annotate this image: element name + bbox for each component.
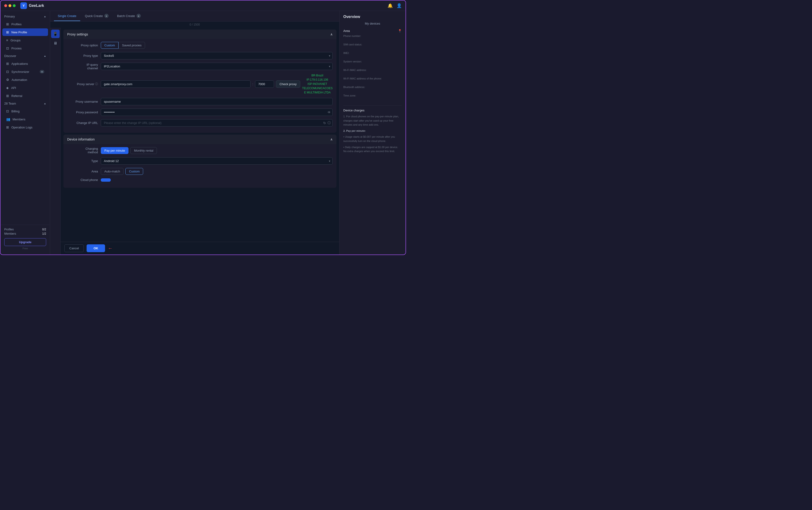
proxy-company: TELECOMUNICACOES bbox=[302, 86, 332, 90]
titlebar: Y GeeLark 🔔 👤 bbox=[0, 0, 406, 11]
ip-query-row: IP querychannel IP2Location ipinfo.io bbox=[67, 63, 332, 70]
wifi-mac-label: Wi-Fi MAC address: bbox=[343, 69, 402, 71]
type-select-wrapper[interactable]: Android 12 Android 11 Android 10 bbox=[101, 157, 332, 164]
sidebar-item-new-profile[interactable]: ⊞ New Profile bbox=[2, 28, 48, 36]
proxy-settings-header[interactable]: Proxy settings ∧ bbox=[63, 30, 337, 39]
sidebar-item-referral[interactable]: ⊞ Referral bbox=[2, 92, 48, 99]
sim-card-field: SIM card status: bbox=[343, 43, 402, 50]
notification-icon[interactable]: 🔔 bbox=[387, 3, 393, 8]
sidebar-item-billing[interactable]: ⊡ Billing bbox=[2, 108, 48, 115]
batch-create-badge: ● bbox=[137, 14, 141, 18]
info-circle-icon[interactable]: ⓘ bbox=[327, 121, 331, 125]
timezone-field: Time zone: bbox=[343, 94, 402, 101]
profile-icon[interactable]: 👤 bbox=[397, 3, 402, 8]
pay-per-minute-button[interactable]: Pay per minute bbox=[101, 147, 128, 154]
sidebar-section-team-label: 28 Team bbox=[4, 102, 16, 105]
refresh-icon[interactable]: ↻ bbox=[323, 121, 326, 125]
proxy-server-input[interactable] bbox=[101, 81, 251, 88]
bluetooth-value bbox=[343, 89, 402, 92]
sidebar-item-applications[interactable]: ⊞ Applications bbox=[2, 60, 48, 67]
sidebar-item-synchronizer[interactable]: ⊡ Synchronizer ● bbox=[2, 68, 48, 76]
members-count-row: Members 1/2 bbox=[4, 232, 46, 235]
custom-area-button[interactable]: Custom bbox=[125, 168, 143, 175]
proxy-type-select[interactable]: Socks5 HTTP HTTPS bbox=[101, 52, 332, 59]
tab-batch-create[interactable]: Batch Create ● bbox=[113, 11, 145, 21]
change-ip-wrapper: ↻ ⓘ bbox=[101, 119, 332, 126]
cancel-button[interactable]: Cancel bbox=[64, 244, 84, 252]
sidebar-item-members-label: Members bbox=[12, 118, 25, 121]
area-row: Area Auto-match Custom bbox=[67, 168, 332, 175]
operation-logs-icon: ⊞ bbox=[6, 125, 9, 129]
plan-label: Free bbox=[4, 247, 46, 250]
ip-query-select[interactable]: IP2Location ipinfo.io bbox=[101, 63, 332, 70]
sidebar-section-discover[interactable]: Discover ▲ bbox=[0, 52, 50, 60]
form-footer: Cancel OK ← bbox=[61, 242, 339, 254]
proxy-settings-body: Proxy option Custom Saved proxies Proxy … bbox=[63, 39, 337, 133]
charging-method-label: Chargingmethod bbox=[67, 147, 98, 154]
device-info-header[interactable]: Device information ∧ bbox=[63, 134, 337, 144]
sidebar-bottom: Profiles 0/2 Members 1/2 Upgrade Free bbox=[0, 225, 50, 252]
sidebar-section-primary[interactable]: Primary ▲ bbox=[0, 13, 50, 20]
proxy-type-select-wrapper[interactable]: Socks5 HTTP HTTPS bbox=[101, 52, 332, 59]
sidebar-item-api[interactable]: ◈ API bbox=[2, 84, 48, 92]
sidebar-item-groups-label: Groups bbox=[10, 38, 21, 42]
referral-icon: ⊞ bbox=[6, 94, 9, 98]
imei-field: IMEI: bbox=[343, 52, 402, 58]
automation-icon: ⚙ bbox=[6, 78, 9, 82]
eye-icon[interactable]: 👁 bbox=[327, 111, 331, 114]
window-controls bbox=[4, 4, 16, 7]
sidebar-section-primary-label: Primary bbox=[4, 15, 15, 18]
proxy-type-label: Proxy type bbox=[67, 54, 98, 58]
sidebar-item-proxies[interactable]: ⊡ Proxies bbox=[2, 44, 48, 52]
check-proxy-button[interactable]: Check proxy bbox=[276, 81, 300, 88]
tab-batch-create-label: Batch Create bbox=[117, 14, 135, 18]
proxy-saved-button[interactable]: Saved proxies bbox=[119, 42, 145, 49]
sidebar-item-operation-logs[interactable]: ⊞ Operation Logs bbox=[2, 123, 48, 131]
maximize-button[interactable] bbox=[13, 4, 16, 7]
proxy-password-input[interactable] bbox=[101, 109, 332, 116]
proxy-username-input[interactable] bbox=[101, 98, 332, 105]
sidebar-item-automation-label: Automation bbox=[11, 78, 27, 82]
charge-info-2b: • Daily charges are capped at $1.00 per … bbox=[343, 145, 402, 153]
change-ip-input[interactable] bbox=[101, 119, 332, 126]
imei-label: IMEI: bbox=[343, 52, 402, 54]
overview-divider bbox=[343, 106, 402, 106]
upgrade-button[interactable]: Upgrade bbox=[4, 238, 46, 246]
ip-query-select-wrapper[interactable]: IP2Location ipinfo.io bbox=[101, 63, 332, 70]
charge-info-1: 1. For cloud phones on the pay-per-minut… bbox=[343, 115, 402, 127]
desktop-icon[interactable]: 🖥 bbox=[51, 39, 60, 48]
titlebar-actions: 🔔 👤 bbox=[387, 3, 402, 8]
sidebar-item-profiles[interactable]: ⊞ Profiles bbox=[2, 20, 48, 28]
minimize-button[interactable] bbox=[8, 4, 11, 7]
ok-button[interactable]: OK bbox=[87, 244, 105, 252]
cloud-phone-button[interactable] bbox=[101, 178, 111, 182]
quick-create-badge: ● bbox=[104, 14, 109, 18]
area-group: Auto-match Custom bbox=[101, 168, 143, 175]
sidebar-item-members[interactable]: 👥 Members bbox=[2, 115, 48, 123]
sidebar-item-proxies-label: Proxies bbox=[11, 47, 22, 50]
chevron-up-icon: ▲ bbox=[44, 15, 46, 18]
sidebar-section-team[interactable]: 28 Team ▲ bbox=[0, 100, 50, 107]
sidebar-item-automation[interactable]: ⚙ Automation bbox=[2, 76, 48, 84]
app-name: GeeLark bbox=[29, 4, 44, 8]
proxy-custom-button[interactable]: Custom bbox=[101, 42, 119, 49]
system-version-field: System version: bbox=[343, 60, 402, 67]
proxy-option-row: Proxy option Custom Saved proxies bbox=[67, 42, 332, 49]
device-info-body: Chargingmethod Pay per minute Monthly re… bbox=[63, 144, 337, 188]
proxy-port-input[interactable] bbox=[255, 81, 274, 88]
monthly-rental-button[interactable]: Monthly rental bbox=[130, 147, 157, 154]
auto-match-button[interactable]: Auto-match bbox=[101, 168, 123, 175]
members-icon: 👥 bbox=[6, 117, 10, 121]
tab-quick-create[interactable]: Quick Create ● bbox=[81, 11, 112, 21]
progress-bar: 0 / 1500 bbox=[50, 22, 339, 28]
sidebar-item-groups[interactable]: ≡ Groups bbox=[2, 36, 48, 44]
proxy-country: BR·Brazil bbox=[302, 73, 332, 78]
members-count-label: Members bbox=[4, 232, 16, 235]
tab-single-create[interactable]: Single Create bbox=[54, 11, 80, 21]
proxy-isp: ISP:INOVANET bbox=[302, 82, 332, 86]
mobile-icon[interactable]: 📱 bbox=[51, 30, 60, 38]
logo-icon: Y bbox=[20, 2, 27, 9]
form-scroll[interactable]: Proxy settings ∧ Proxy option Custom Sav… bbox=[61, 28, 339, 254]
close-button[interactable] bbox=[4, 4, 7, 7]
type-select[interactable]: Android 12 Android 11 Android 10 bbox=[101, 157, 332, 164]
